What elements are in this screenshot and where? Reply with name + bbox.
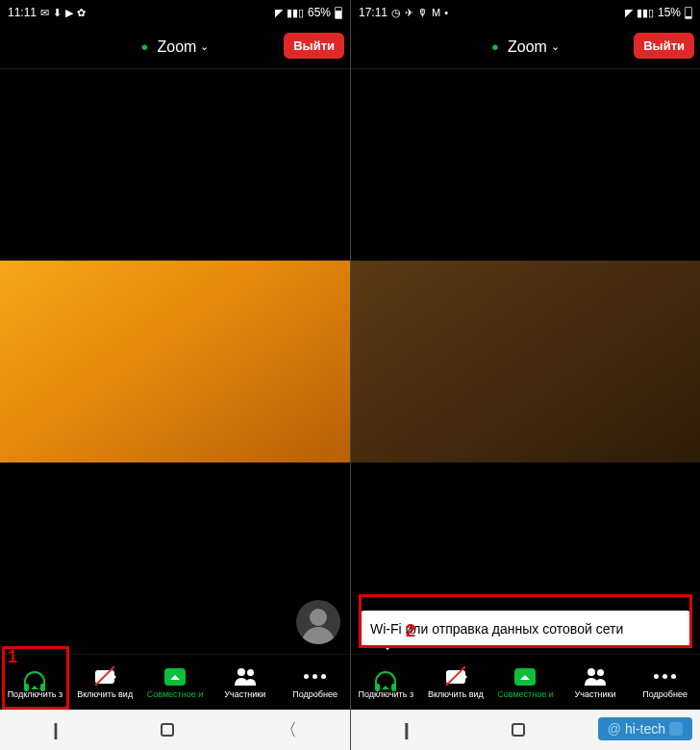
tooltip-text: Wi-Fi или отправка данных сотовой сети — [370, 621, 623, 637]
nav-back-button[interactable]: 〉 — [280, 718, 297, 741]
toolbar-participants[interactable]: Участники — [210, 655, 280, 710]
toolbar-audio[interactable]: Подключить з — [0, 655, 70, 710]
chevron-down-icon: ⌄ — [551, 40, 560, 53]
toolbar-video-label: Включить вид — [428, 689, 484, 699]
share-icon — [162, 666, 188, 688]
participants-icon — [583, 666, 608, 688]
notif-icon: ✉ — [40, 8, 49, 18]
status-right: ◤ ▮▮▯ 15% — [625, 6, 692, 19]
app-header: ● Zoom ⌄ Выйти — [351, 25, 700, 69]
toolbar-audio-label: Подключить з — [8, 689, 63, 699]
app-title: Zoom — [157, 38, 196, 56]
share-icon — [512, 666, 538, 688]
alarm-icon: ◷ — [391, 8, 401, 18]
watermark-at: @ — [608, 721, 621, 737]
shield-icon: ● — [491, 39, 499, 54]
app-title: Zoom — [508, 38, 547, 56]
video-tile — [0, 261, 350, 462]
clock: 17:11 — [359, 6, 388, 19]
battery-icon — [335, 7, 342, 19]
toolbar-more[interactable]: Подробнее — [280, 655, 350, 710]
status-right: ◤ ▮▮▯ 65% — [275, 6, 342, 19]
toolbar-more[interactable]: Подробнее — [630, 655, 700, 710]
video-area[interactable] — [0, 69, 350, 654]
more-notif-icon: • — [444, 8, 448, 18]
toolbar-participants-label: Участники — [224, 689, 265, 699]
bottom-toolbar: Подключить з Включить вид Совместное и У… — [0, 654, 350, 710]
headphones-icon — [373, 666, 398, 688]
camera-off-icon — [443, 666, 468, 688]
nav-recent-button[interactable]: ||| — [53, 720, 55, 740]
youtube-icon: ▶ — [65, 8, 73, 18]
self-avatar[interactable] — [296, 600, 340, 644]
app-header: ● Zoom ⌄ Выйти — [0, 25, 350, 69]
mail-icon: M — [432, 8, 440, 18]
wifi-icon: ◤ — [625, 8, 633, 18]
more-icon — [653, 666, 678, 688]
toolbar-share-label: Совместное и — [497, 689, 554, 699]
wifi-icon: ◤ — [275, 8, 283, 18]
toolbar-share[interactable]: Совместное и — [140, 655, 211, 710]
download-icon: ⬇ — [53, 8, 62, 18]
toolbar-more-label: Подробнее — [642, 689, 688, 699]
toolbar-more-label: Подробнее — [292, 689, 338, 699]
status-bar: 11:11 ✉ ⬇ ▶ ✿ ◤ ▮▮▯ 65% — [0, 0, 350, 25]
watermark-logo-icon — [669, 722, 683, 736]
signal-icon: ▮▮▯ — [637, 8, 654, 18]
participants-icon — [233, 666, 258, 688]
meeting-title-dropdown[interactable]: ● Zoom ⌄ — [491, 38, 560, 56]
signal-icon: ▮▮▯ — [287, 8, 304, 18]
nav-recent-button[interactable]: ||| — [404, 720, 406, 740]
video-area[interactable]: Wi-Fi или отправка данных сотовой сети — [351, 69, 700, 654]
leave-button[interactable]: Выйти — [284, 33, 344, 59]
voice-icon: 🎙 — [417, 8, 428, 18]
phone-screenshot-right: 17:11 ◷ ✈ 🎙 M • ◤ ▮▮▯ 15% ● Zoom ⌄ Выйти… — [350, 0, 700, 750]
camera-off-icon — [92, 666, 117, 688]
leave-button[interactable]: Выйти — [634, 33, 694, 59]
toolbar-share-label: Совместное и — [147, 689, 204, 699]
toolbar-share[interactable]: Совместное и — [490, 655, 561, 710]
bottom-toolbar: Подключить з Включить вид Совместное и У… — [351, 654, 700, 710]
status-left: 17:11 ◷ ✈ 🎙 M • — [359, 6, 448, 19]
toolbar-participants-label: Участники — [575, 689, 616, 699]
meeting-title-dropdown[interactable]: ● Zoom ⌄ — [141, 38, 210, 56]
status-left: 11:11 ✉ ⬇ ▶ ✿ — [8, 6, 86, 19]
phone-screenshot-left: 11:11 ✉ ⬇ ▶ ✿ ◤ ▮▮▯ 65% ● Zoom ⌄ Выйти — [0, 0, 350, 750]
toolbar-audio[interactable]: Подключить з — [351, 655, 421, 710]
video-tile — [351, 261, 700, 462]
watermark: @ hi-tech — [598, 717, 692, 740]
nav-home-button[interactable] — [161, 723, 174, 737]
settings-icon: ✿ — [77, 8, 86, 18]
headphones-icon — [22, 666, 47, 688]
battery-pct: 15% — [658, 6, 681, 19]
battery-icon — [685, 7, 692, 19]
android-navbar: ||| 〉 — [0, 710, 350, 750]
telegram-icon: ✈ — [405, 8, 413, 18]
watermark-text: hi-tech — [625, 721, 665, 737]
shield-icon: ● — [141, 39, 149, 54]
toolbar-participants[interactable]: Участники — [561, 655, 631, 710]
toolbar-video[interactable]: Включить вид — [421, 655, 491, 710]
nav-home-button[interactable] — [512, 723, 525, 737]
status-bar: 17:11 ◷ ✈ 🎙 M • ◤ ▮▮▯ 15% — [351, 0, 700, 25]
audio-option-tooltip[interactable]: Wi-Fi или отправка данных сотовой сети — [359, 611, 692, 648]
battery-pct: 65% — [308, 6, 331, 19]
chevron-down-icon: ⌄ — [200, 40, 209, 53]
more-icon — [303, 666, 328, 688]
toolbar-video[interactable]: Включить вид — [70, 655, 140, 710]
toolbar-video-label: Включить вид — [77, 689, 133, 699]
toolbar-audio-label: Подключить з — [359, 689, 414, 699]
clock: 11:11 — [8, 6, 37, 19]
